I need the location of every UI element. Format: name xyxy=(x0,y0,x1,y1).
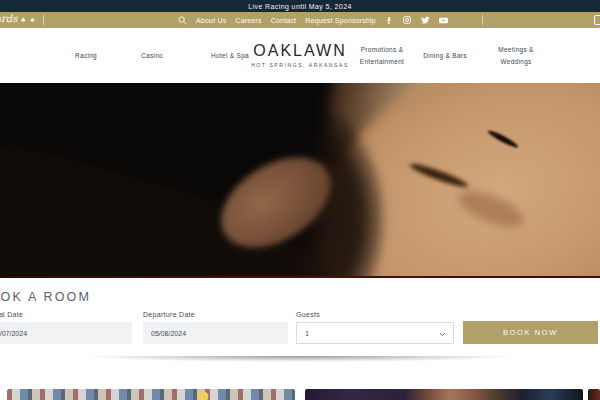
event-card-entertainment[interactable] xyxy=(305,389,583,400)
nav-hotel-spa[interactable]: Hotel & Spa xyxy=(211,28,249,83)
booking-heading: BOOK A ROOM xyxy=(0,290,91,304)
utility-bar: Rewards ♣ ♠ About Us Careers Contact Req… xyxy=(0,12,600,28)
announcement-text: Live Racing until May 5, 2024 xyxy=(248,3,351,10)
hero-image xyxy=(0,83,600,278)
nav-meetings-weddings[interactable]: Meetings & Weddings xyxy=(490,28,542,83)
nav-dining-bars[interactable]: Dining & Bars xyxy=(413,28,477,83)
facebook-icon[interactable] xyxy=(385,16,394,25)
nav-racing[interactable]: Racing xyxy=(75,28,97,83)
event-card-racing-crowd[interactable] xyxy=(7,389,295,400)
booking-section-shadow xyxy=(6,356,594,362)
oaklawn-logo[interactable]: OAKLAWN HOT SPRINGS, ARKANSAS xyxy=(251,28,349,83)
rewards-logo[interactable]: Rewards ♣ ♠ xyxy=(0,13,36,24)
arrival-date-input[interactable] xyxy=(0,322,132,344)
guests-label: Guests xyxy=(296,311,320,318)
logo-title: OAKLAWN xyxy=(253,43,346,59)
twitter-icon[interactable] xyxy=(421,16,430,25)
guests-value: 1 xyxy=(305,330,309,337)
announcement-bar: Live Racing until May 5, 2024 xyxy=(0,0,600,12)
nav-casino[interactable]: Casino xyxy=(141,28,163,83)
chevron-down-icon xyxy=(439,331,446,338)
instagram-icon[interactable] xyxy=(403,16,412,25)
divider xyxy=(43,15,44,25)
guests-select[interactable]: 1 xyxy=(296,322,454,344)
divider xyxy=(482,15,483,25)
rewards-logo-text: Rewards xyxy=(0,13,17,24)
hero-bottom-edge xyxy=(0,276,600,278)
link-contact[interactable]: Contact xyxy=(271,17,297,24)
book-now-button[interactable]: BOOK NOW xyxy=(463,321,598,344)
logo-tagline: HOT SPRINGS, ARKANSAS xyxy=(251,62,349,68)
departure-date-input[interactable] xyxy=(143,322,288,344)
departure-date-label: Departure Date xyxy=(143,311,195,318)
card-suits-icon: ♣ ♠ xyxy=(20,16,36,23)
search-icon[interactable] xyxy=(178,16,187,25)
event-card-partial[interactable] xyxy=(588,389,600,400)
page: Live Racing until May 5, 2024 Rewards ♣ … xyxy=(0,0,600,400)
link-careers[interactable]: Careers xyxy=(235,17,261,24)
link-about-us[interactable]: About Us xyxy=(196,17,226,24)
main-nav: Racing Casino Hotel & Spa OAKLAWN HOT SP… xyxy=(0,28,600,83)
link-request-sponsorship[interactable]: Request Sponsorship xyxy=(305,17,376,24)
arrival-date-label: Arrival Date xyxy=(0,311,23,318)
youtube-icon[interactable] xyxy=(439,16,448,25)
partial-widget-icon[interactable] xyxy=(594,15,600,25)
nav-promotions-entertainment[interactable]: Promotions & Entertainment xyxy=(352,28,412,83)
